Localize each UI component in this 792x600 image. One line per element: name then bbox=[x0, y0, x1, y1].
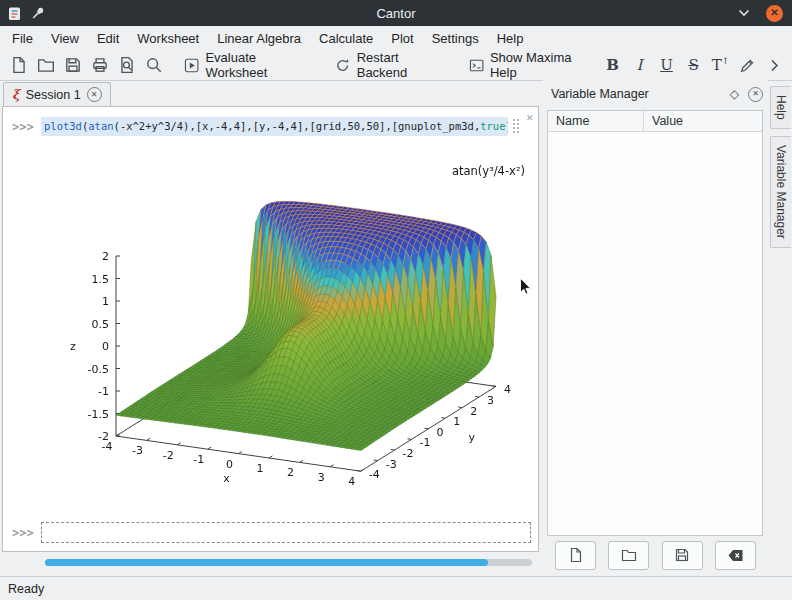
command-input[interactable]: plot3d(atan(-x^2+y^3/4),[x,-4,4],[y,-4,4… bbox=[41, 117, 508, 136]
tab-close-icon[interactable]: ✕ bbox=[87, 87, 102, 102]
chevron-right-icon bbox=[770, 59, 779, 72]
superscript-button[interactable]: T↑ bbox=[707, 52, 734, 79]
underline-icon: U bbox=[660, 58, 673, 73]
save-button[interactable] bbox=[59, 52, 86, 79]
mouse-cursor-icon bbox=[519, 277, 532, 296]
save-icon bbox=[674, 547, 690, 563]
search-button[interactable] bbox=[140, 52, 167, 79]
superscript-icon: T↑ bbox=[712, 57, 730, 73]
float-panel-icon[interactable]: ◇ bbox=[730, 88, 739, 100]
cell-drag-handle-icon[interactable] bbox=[512, 118, 520, 133]
toolbar: Evaluate Worksheet Restart Backend Show … bbox=[0, 50, 792, 81]
restart-backend-label: Restart Backend bbox=[357, 50, 444, 80]
strikethrough-icon: S bbox=[688, 58, 698, 73]
variable-manager-header: Variable Manager ◇ ✕ bbox=[551, 85, 763, 103]
session-tabbar: ξ Session 1 ✕ bbox=[0, 81, 541, 106]
variable-table: Name Value bbox=[547, 110, 763, 536]
column-header-name[interactable]: Name bbox=[548, 111, 644, 131]
open-folder-icon bbox=[37, 56, 55, 74]
clear-variables-button[interactable] bbox=[715, 541, 756, 570]
new-variable-button[interactable] bbox=[555, 541, 596, 570]
close-button[interactable]: ✕ bbox=[766, 5, 783, 22]
toolbar-overflow-button[interactable] bbox=[761, 52, 788, 79]
titlebar: Cantor ✕ bbox=[0, 0, 792, 26]
hscrollbar-thumb[interactable] bbox=[45, 559, 488, 566]
print-preview-icon bbox=[118, 56, 136, 74]
hscrollbar-track[interactable] bbox=[45, 559, 532, 566]
scroll-strip bbox=[2, 552, 539, 574]
clear-backspace-icon bbox=[727, 548, 744, 563]
status-text: Ready bbox=[8, 582, 44, 596]
load-variables-button[interactable] bbox=[608, 541, 649, 570]
menu-settings[interactable]: Settings bbox=[423, 28, 488, 49]
bold-button[interactable]: B bbox=[599, 52, 626, 79]
save-icon bbox=[64, 56, 82, 74]
cantor-window: Cantor ✕ File View Edit Worksheet Linear… bbox=[0, 0, 792, 600]
code-segment: atan bbox=[88, 120, 113, 132]
statusbar: Ready bbox=[0, 576, 792, 600]
tab-session-label: Session 1 bbox=[26, 88, 81, 102]
menu-plot[interactable]: Plot bbox=[382, 28, 422, 49]
entry-prompt: >>> bbox=[12, 526, 34, 540]
window-title: Cantor bbox=[90, 6, 702, 21]
pin-icon[interactable] bbox=[31, 6, 45, 20]
new-worksheet-button[interactable] bbox=[5, 52, 32, 79]
strikethrough-button[interactable]: S bbox=[680, 52, 707, 79]
evaluate-worksheet-button[interactable]: Evaluate Worksheet bbox=[176, 52, 318, 79]
menu-linear-algebra[interactable]: Linear Algebra bbox=[208, 28, 310, 49]
print-icon bbox=[91, 56, 109, 74]
cell-close-icon[interactable]: ✕ bbox=[526, 114, 534, 123]
save-variables-button[interactable] bbox=[662, 541, 703, 570]
code-segment: plot3d bbox=[44, 120, 82, 132]
plot3d-surface bbox=[43, 147, 539, 525]
new-command-entry[interactable] bbox=[41, 522, 531, 543]
dock-tab-strip: Help Variable Manager bbox=[769, 80, 792, 576]
maxima-help-icon bbox=[469, 57, 484, 74]
menu-worksheet[interactable]: Worksheet bbox=[128, 28, 208, 49]
panel-close-icon[interactable]: ✕ bbox=[748, 87, 763, 102]
variable-manager-title: Variable Manager bbox=[551, 87, 721, 101]
dock-tab-variable-manager[interactable]: Variable Manager bbox=[770, 136, 791, 248]
maxima-icon: ξ bbox=[12, 88, 20, 101]
print-preview-button[interactable] bbox=[113, 52, 140, 79]
evaluate-worksheet-label: Evaluate Worksheet bbox=[205, 50, 310, 80]
variable-manager-toolbar bbox=[555, 540, 756, 570]
bold-icon: B bbox=[606, 58, 619, 73]
new-document-icon bbox=[568, 547, 584, 563]
show-maxima-help-label: Show Maxima Help bbox=[490, 50, 591, 80]
menu-help[interactable]: Help bbox=[488, 28, 533, 49]
tab-session-1[interactable]: ξ Session 1 ✕ bbox=[3, 82, 111, 106]
variable-table-body[interactable] bbox=[548, 132, 762, 556]
app-icon bbox=[7, 6, 22, 21]
new-document-icon bbox=[10, 56, 28, 74]
command-prompt: >>> bbox=[12, 120, 34, 134]
underline-button[interactable]: U bbox=[653, 52, 680, 79]
variable-manager-panel: Variable Manager ◇ ✕ Name Value bbox=[543, 80, 768, 576]
play-icon bbox=[184, 57, 199, 74]
italic-button[interactable]: I bbox=[626, 52, 653, 79]
code-segment: true bbox=[480, 120, 505, 132]
restart-icon bbox=[335, 57, 350, 74]
menu-view[interactable]: View bbox=[42, 28, 88, 49]
menubar: File View Edit Worksheet Linear Algebra … bbox=[0, 26, 792, 50]
dock-tab-help[interactable]: Help bbox=[770, 86, 791, 129]
menu-calculate[interactable]: Calculate bbox=[310, 28, 382, 49]
menu-file[interactable]: File bbox=[3, 28, 42, 49]
italic-icon: I bbox=[637, 58, 643, 73]
column-header-value[interactable]: Value bbox=[644, 111, 691, 131]
minimize-button[interactable] bbox=[738, 9, 750, 17]
worksheet: >>> plot3d(atan(-x^2+y^3/4),[x,-4,4],[y,… bbox=[2, 106, 539, 552]
text-color-button[interactable] bbox=[734, 52, 761, 79]
restart-backend-button[interactable]: Restart Backend bbox=[327, 52, 451, 79]
print-button[interactable] bbox=[86, 52, 113, 79]
plot-title: atan(y³/4-x²) bbox=[303, 164, 525, 178]
pen-fill-icon bbox=[739, 57, 756, 74]
menu-edit[interactable]: Edit bbox=[88, 28, 128, 49]
variable-table-header: Name Value bbox=[548, 111, 762, 132]
search-icon bbox=[145, 56, 163, 74]
code-segment: (-x^2+y^3/4),[x,-4,4],[y,-4,4],[grid,50,… bbox=[114, 120, 481, 132]
code-segment: ]); bbox=[506, 120, 508, 132]
open-button[interactable] bbox=[32, 52, 59, 79]
show-maxima-help-button[interactable]: Show Maxima Help bbox=[461, 52, 599, 79]
open-folder-icon bbox=[621, 547, 637, 563]
